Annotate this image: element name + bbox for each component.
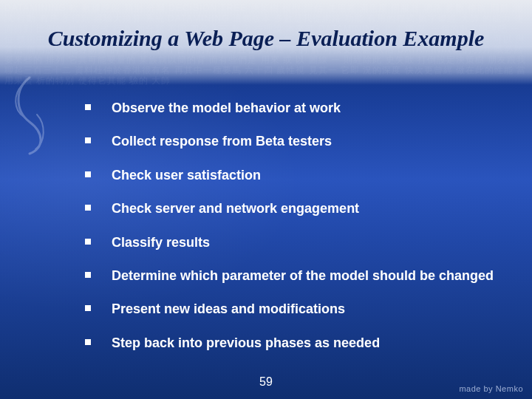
bullet-icon (85, 171, 91, 177)
bullet-icon (85, 205, 91, 211)
bullet-list: Observe the model behavior at work Colle… (85, 100, 495, 362)
list-item: Check server and network engagement (85, 200, 495, 217)
bullet-icon (85, 239, 91, 245)
bullet-icon (85, 272, 91, 278)
bullet-text: Step back into previous phases as needed (112, 335, 380, 352)
bullet-icon (85, 305, 91, 311)
footer-brand: made by Nemko (459, 384, 523, 393)
bullet-icon (85, 339, 91, 345)
slide-title: Customizing a Web Page – Evaluation Exam… (48, 24, 485, 52)
bullet-text: Observe the model behavior at work (112, 100, 341, 117)
decorative-swirl-icon (7, 74, 52, 155)
bullet-text: Check server and network engagement (112, 200, 359, 217)
slide: DATAMINING 軟 數據挖掘 類別 分類 DECISION TREE 決策… (0, 0, 532, 399)
bullet-text: Present new ideas and modifications (112, 301, 345, 318)
bullet-text: Classify results (112, 234, 210, 251)
bullet-icon (85, 104, 91, 110)
list-item: Collect response from Beta testers (85, 133, 495, 150)
list-item: Observe the model behavior at work (85, 100, 495, 117)
bullet-text: Check user satisfaction (112, 167, 261, 184)
list-item: Check user satisfaction (85, 167, 495, 184)
page-number: 59 (0, 375, 532, 389)
title-band: Customizing a Web Page – Evaluation Exam… (0, 0, 532, 85)
bullet-text: Collect response from Beta testers (112, 133, 332, 150)
bullet-icon (85, 137, 91, 143)
list-item: Step back into previous phases as needed (85, 335, 495, 352)
bullet-text: Determine which parameter of the model s… (112, 267, 494, 284)
list-item: Determine which parameter of the model s… (85, 267, 495, 284)
list-item: Classify results (85, 234, 495, 251)
list-item: Present new ideas and modifications (85, 301, 495, 318)
